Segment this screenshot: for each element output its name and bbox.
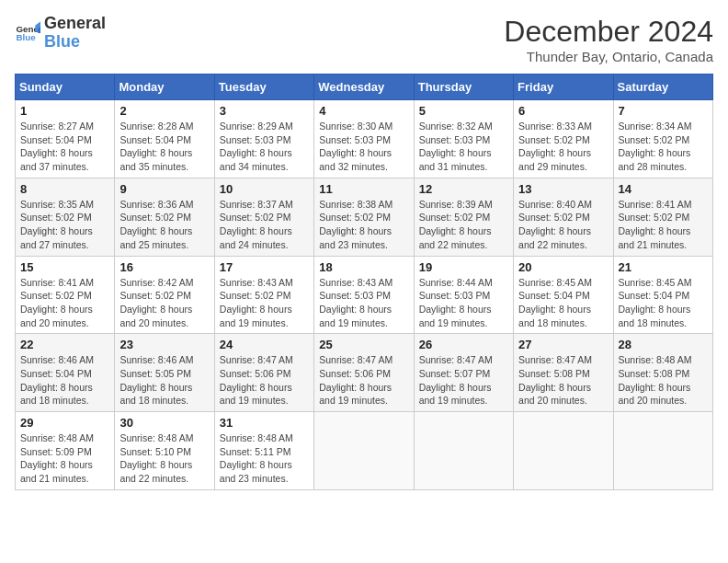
day-cell: 25Sunrise: 8:47 AMSunset: 5:06 PMDayligh… (314, 334, 414, 412)
day-info: Sunrise: 8:28 AMSunset: 5:04 PMDaylight:… (119, 120, 209, 174)
day-number: 16 (119, 260, 209, 274)
day-number: 29 (20, 416, 109, 430)
day-number: 31 (220, 416, 309, 430)
day-number: 25 (319, 338, 408, 351)
day-number: 3 (220, 104, 309, 118)
svg-text:Blue: Blue (16, 32, 36, 42)
day-number: 18 (319, 260, 408, 274)
week-row-4: 22Sunrise: 8:46 AMSunset: 5:04 PMDayligh… (16, 334, 713, 412)
day-number: 6 (518, 104, 608, 118)
day-info: Sunrise: 8:38 AMSunset: 5:02 PMDaylight:… (319, 198, 408, 252)
logo-general: General (44, 15, 106, 33)
day-number: 11 (319, 182, 408, 196)
day-info: Sunrise: 8:43 AMSunset: 5:03 PMDaylight:… (319, 276, 408, 330)
day-cell: 6Sunrise: 8:33 AMSunset: 5:02 PMDaylight… (514, 100, 613, 178)
day-cell: 30Sunrise: 8:48 AMSunset: 5:10 PMDayligh… (115, 412, 214, 490)
day-cell: 3Sunrise: 8:29 AMSunset: 5:03 PMDaylight… (214, 100, 313, 178)
day-number: 19 (419, 260, 508, 274)
day-number: 14 (619, 182, 708, 196)
day-cell: 31Sunrise: 8:48 AMSunset: 5:11 PMDayligh… (214, 412, 313, 490)
day-cell: 10Sunrise: 8:37 AMSunset: 5:02 PMDayligh… (214, 178, 313, 256)
day-number: 22 (20, 338, 109, 351)
day-info: Sunrise: 8:40 AMSunset: 5:02 PMDaylight:… (518, 198, 608, 252)
day-info: Sunrise: 8:29 AMSunset: 5:03 PMDaylight:… (220, 120, 309, 174)
day-header-thursday: Thursday (414, 75, 513, 100)
day-cell: 8Sunrise: 8:35 AMSunset: 5:02 PMDaylight… (16, 178, 115, 256)
day-cell: 14Sunrise: 8:41 AMSunset: 5:02 PMDayligh… (613, 178, 712, 256)
day-number: 2 (119, 104, 209, 118)
day-number: 23 (119, 338, 209, 351)
day-number: 4 (319, 104, 408, 118)
header: General Blue General Blue December 2024 … (15, 15, 713, 64)
day-cell: 7Sunrise: 8:34 AMSunset: 5:02 PMDaylight… (613, 100, 712, 178)
day-cell: 27Sunrise: 8:47 AMSunset: 5:08 PMDayligh… (514, 334, 613, 412)
calendar-table: SundayMondayTuesdayWednesdayThursdayFrid… (15, 74, 713, 490)
day-number: 24 (220, 338, 309, 351)
day-info: Sunrise: 8:43 AMSunset: 5:02 PMDaylight:… (220, 276, 309, 330)
day-info: Sunrise: 8:33 AMSunset: 5:02 PMDaylight:… (518, 120, 608, 174)
day-cell (514, 412, 613, 490)
week-row-1: 1Sunrise: 8:27 AMSunset: 5:04 PMDaylight… (16, 100, 713, 178)
day-header-tuesday: Tuesday (214, 75, 313, 100)
day-info: Sunrise: 8:46 AMSunset: 5:04 PMDaylight:… (20, 353, 109, 408)
day-cell: 19Sunrise: 8:44 AMSunset: 5:03 PMDayligh… (414, 256, 513, 334)
day-cell: 4Sunrise: 8:30 AMSunset: 5:03 PMDaylight… (314, 100, 414, 178)
week-row-2: 8Sunrise: 8:35 AMSunset: 5:02 PMDaylight… (16, 178, 713, 256)
day-number: 26 (419, 338, 508, 351)
day-number: 8 (20, 182, 109, 196)
day-cell: 21Sunrise: 8:45 AMSunset: 5:04 PMDayligh… (613, 256, 712, 334)
day-cell: 23Sunrise: 8:46 AMSunset: 5:05 PMDayligh… (115, 334, 214, 412)
day-info: Sunrise: 8:45 AMSunset: 5:04 PMDaylight:… (518, 276, 608, 330)
day-number: 9 (119, 182, 209, 196)
day-number: 21 (619, 260, 708, 274)
day-info: Sunrise: 8:44 AMSunset: 5:03 PMDaylight:… (419, 276, 508, 330)
title-area: December 2024 Thunder Bay, Ontario, Cana… (504, 15, 713, 64)
day-header-wednesday: Wednesday (314, 75, 414, 100)
day-info: Sunrise: 8:32 AMSunset: 5:03 PMDaylight:… (419, 120, 508, 174)
month-title: December 2024 (504, 15, 713, 49)
day-cell: 13Sunrise: 8:40 AMSunset: 5:02 PMDayligh… (514, 178, 613, 256)
day-cell: 24Sunrise: 8:47 AMSunset: 5:06 PMDayligh… (214, 334, 313, 412)
day-cell: 28Sunrise: 8:48 AMSunset: 5:08 PMDayligh… (613, 334, 712, 412)
day-info: Sunrise: 8:45 AMSunset: 5:04 PMDaylight:… (619, 276, 708, 330)
logo: General Blue General Blue (15, 15, 106, 52)
day-cell (613, 412, 712, 490)
day-cell: 9Sunrise: 8:36 AMSunset: 5:02 PMDaylight… (115, 178, 214, 256)
day-cell: 26Sunrise: 8:47 AMSunset: 5:07 PMDayligh… (414, 334, 513, 412)
day-info: Sunrise: 8:47 AMSunset: 5:08 PMDaylight:… (518, 353, 608, 408)
day-info: Sunrise: 8:41 AMSunset: 5:02 PMDaylight:… (619, 198, 708, 252)
day-cell: 12Sunrise: 8:39 AMSunset: 5:02 PMDayligh… (414, 178, 513, 256)
day-header-saturday: Saturday (613, 75, 712, 100)
day-cell: 18Sunrise: 8:43 AMSunset: 5:03 PMDayligh… (314, 256, 414, 334)
day-number: 28 (619, 338, 708, 351)
day-info: Sunrise: 8:48 AMSunset: 5:08 PMDaylight:… (619, 353, 708, 408)
day-info: Sunrise: 8:48 AMSunset: 5:11 PMDaylight:… (220, 431, 309, 486)
day-cell (414, 412, 513, 490)
day-header-monday: Monday (115, 75, 214, 100)
day-number: 20 (518, 260, 608, 274)
day-number: 12 (419, 182, 508, 196)
day-info: Sunrise: 8:47 AMSunset: 5:06 PMDaylight:… (220, 353, 309, 408)
day-number: 15 (20, 260, 109, 274)
day-cell: 29Sunrise: 8:48 AMSunset: 5:09 PMDayligh… (16, 412, 115, 490)
day-number: 7 (619, 104, 708, 118)
day-info: Sunrise: 8:34 AMSunset: 5:02 PMDaylight:… (619, 120, 708, 174)
day-number: 1 (20, 104, 109, 118)
day-info: Sunrise: 8:36 AMSunset: 5:02 PMDaylight:… (119, 198, 209, 252)
day-cell: 1Sunrise: 8:27 AMSunset: 5:04 PMDaylight… (16, 100, 115, 178)
day-cell: 2Sunrise: 8:28 AMSunset: 5:04 PMDaylight… (115, 100, 214, 178)
day-info: Sunrise: 8:48 AMSunset: 5:10 PMDaylight:… (119, 431, 209, 486)
day-info: Sunrise: 8:35 AMSunset: 5:02 PMDaylight:… (20, 198, 109, 252)
day-header-sunday: Sunday (16, 75, 115, 100)
day-cell (314, 412, 414, 490)
day-header-row: SundayMondayTuesdayWednesdayThursdayFrid… (16, 75, 713, 100)
day-cell: 22Sunrise: 8:46 AMSunset: 5:04 PMDayligh… (16, 334, 115, 412)
day-number: 10 (220, 182, 309, 196)
day-cell: 17Sunrise: 8:43 AMSunset: 5:02 PMDayligh… (214, 256, 313, 334)
day-number: 13 (518, 182, 608, 196)
location-title: Thunder Bay, Ontario, Canada (504, 49, 713, 64)
day-number: 5 (419, 104, 508, 118)
day-info: Sunrise: 8:48 AMSunset: 5:09 PMDaylight:… (20, 431, 109, 486)
day-info: Sunrise: 8:30 AMSunset: 5:03 PMDaylight:… (319, 120, 408, 174)
day-cell: 11Sunrise: 8:38 AMSunset: 5:02 PMDayligh… (314, 178, 414, 256)
